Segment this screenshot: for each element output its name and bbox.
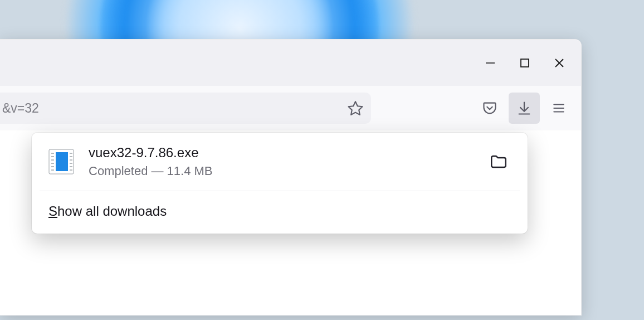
address-bar-text: &v=32 — [2, 101, 340, 116]
maximize-button[interactable] — [508, 50, 542, 76]
svg-rect-17 — [56, 152, 68, 171]
window-controls — [473, 50, 577, 76]
close-button[interactable] — [542, 50, 577, 76]
show-all-downloads-link[interactable]: Show all downloads — [48, 203, 167, 219]
minimize-button[interactable] — [473, 50, 508, 76]
show-in-folder-button[interactable] — [485, 148, 512, 175]
svg-rect-1 — [521, 59, 529, 67]
browser-toolbar: &v=32 — [0, 86, 581, 130]
downloads-button[interactable] — [509, 93, 540, 124]
pocket-button[interactable] — [474, 93, 505, 124]
file-type-icon — [46, 147, 76, 177]
window-titlebar — [0, 40, 581, 86]
bookmark-star-button[interactable] — [340, 93, 371, 124]
download-status: Completed — 11.4 MB — [89, 164, 485, 178]
hamburger-menu-button[interactable] — [543, 93, 574, 124]
download-item[interactable]: vuex32-9.7.86.exe Completed — 11.4 MB — [32, 133, 528, 191]
downloads-panel: vuex32-9.7.86.exe Completed — 11.4 MB Sh… — [32, 133, 528, 234]
address-bar[interactable]: &v=32 — [0, 93, 371, 124]
download-filename: vuex32-9.7.86.exe — [89, 145, 485, 161]
svg-marker-4 — [349, 101, 363, 115]
